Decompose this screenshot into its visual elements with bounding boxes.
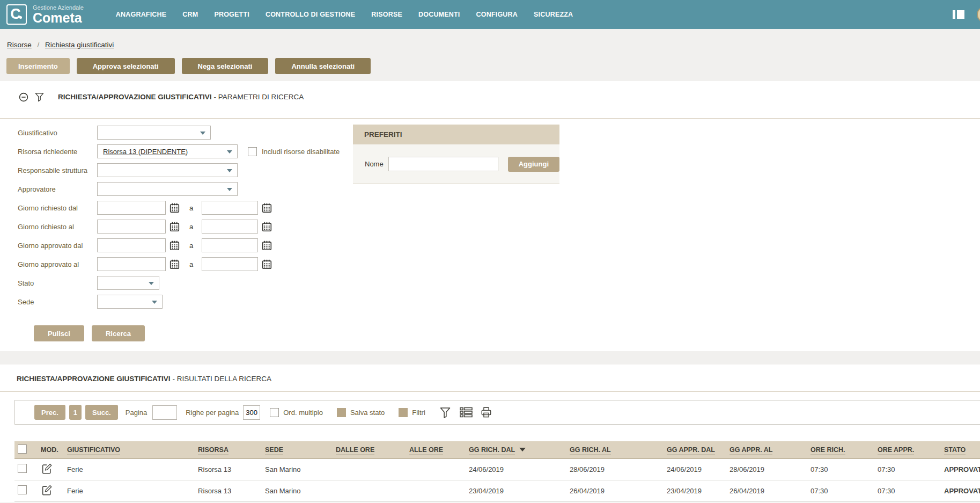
form-buttons: Pulisci Ricerca [0, 314, 980, 341]
cell-risorsa: Risorsa 13 [194, 480, 261, 501]
stato-select[interactable] [97, 276, 159, 290]
giorno-richiesto-dal-to-input[interactable] [202, 201, 258, 215]
menu-anagrafiche[interactable]: ANAGRAFICHE [116, 11, 167, 18]
breadcrumb-risorse[interactable]: Risorse [7, 41, 32, 49]
edit-icon[interactable] [41, 484, 53, 496]
cell-ore-appr: 07:30 [873, 480, 940, 501]
calendar-icon[interactable] [170, 240, 180, 251]
main-menu: ANAGRAFICHE CRM PROGETTI CONTROLLO DI GE… [116, 11, 573, 18]
cell-alle-ore [405, 458, 465, 480]
chevron-down-icon [227, 188, 232, 191]
giustificativo-select[interactable] [97, 126, 211, 140]
column-header-alle-ore[interactable]: ALLE ORE [409, 446, 443, 455]
righe-per-pagina-label: Righe per pagina [186, 409, 239, 417]
righe-per-pagina-input[interactable] [243, 405, 260, 420]
list-view-icon[interactable] [460, 407, 473, 418]
breadcrumb-richiesta-giustificativi[interactable]: Richiesta giustificativi [45, 41, 114, 49]
risorsa-richiedente-select[interactable]: Risorsa 13 (DIPENDENTE) [97, 144, 238, 158]
chevron-down-icon [149, 282, 154, 285]
collapse-icon[interactable] [19, 92, 28, 102]
cell-ore-appr: 07:30 [873, 458, 940, 480]
ricerca-button[interactable]: Ricerca [92, 325, 145, 341]
giorno-richiesto-dal-from-input[interactable] [97, 201, 166, 215]
responsabile-struttura-select[interactable] [97, 163, 238, 177]
menu-configura[interactable]: CONFIGURA [476, 11, 518, 18]
calendar-icon[interactable] [170, 203, 180, 213]
column-header-gg-rich-dal[interactable]: GG RICH. DAL [469, 446, 515, 455]
results-panel: RICHIESTA/APPROVAZIONE GIUSTIFICATIVI- R… [0, 365, 980, 502]
print-icon[interactable] [480, 406, 492, 418]
salva-stato-label: Salva stato [350, 409, 385, 417]
pagina-input[interactable] [152, 405, 177, 420]
column-header-ore-rich[interactable]: ORE RICH. [810, 446, 845, 455]
column-header-gg-rich-al[interactable]: GG RICH. AL [570, 446, 611, 455]
chevron-down-icon [200, 132, 205, 135]
menu-documenti[interactable]: DOCUMENTI [418, 11, 460, 18]
logo-text: Gestione Aziendale Cometa [33, 4, 84, 25]
sede-select[interactable] [97, 295, 163, 309]
avatar[interactable] [977, 6, 980, 23]
column-header-ore-appr[interactable]: ORE APPR. [878, 446, 914, 455]
calendar-icon[interactable] [262, 240, 272, 251]
stato-label: Stato [18, 279, 97, 287]
column-header-stato[interactable]: STATO [944, 446, 966, 455]
column-header-gg-appr-al[interactable]: GG APPR. AL [730, 446, 772, 455]
prev-page-button[interactable]: Prec. [34, 405, 65, 420]
calendar-icon[interactable] [170, 222, 180, 232]
column-header-dalle-ore[interactable]: DALLE ORE [336, 446, 374, 455]
calendar-icon[interactable] [262, 259, 272, 269]
giorno-approvato-al-from-input[interactable] [97, 257, 166, 271]
menu-controllo-di-gestione[interactable]: CONTROLLO DI GESTIONE [266, 11, 355, 18]
giorno-richiesto-al-from-input[interactable] [97, 220, 166, 234]
ord-multiplo-label: Ord. multiplo [283, 409, 323, 417]
giorno-approvato-dal-from-input[interactable] [97, 238, 166, 252]
funnel-icon[interactable] [439, 407, 451, 418]
aggiungi-button[interactable]: Aggiungi [508, 157, 559, 172]
ord-multiplo-checkbox[interactable] [270, 408, 279, 417]
menu-crm[interactable]: CRM [182, 11, 198, 18]
column-header-giustificativo[interactable]: GIUSTIFICATIVO [67, 446, 120, 455]
menu-risorse[interactable]: RISORSE [371, 11, 402, 18]
range-separator: a [189, 260, 193, 268]
panel-toggle-icon[interactable] [953, 10, 964, 19]
inserimento-button[interactable]: Inserimento [6, 58, 70, 74]
nome-input[interactable] [388, 157, 498, 171]
column-header-sede[interactable]: SEDE [265, 446, 283, 455]
giorno-richiesto-al-to-input[interactable] [202, 220, 258, 234]
cell-stato: APPROVATO [940, 458, 980, 480]
preferiti-body: Nome Aggiungi [353, 144, 559, 184]
giorno-approvato-al-to-input[interactable] [202, 257, 258, 271]
cell-gg-appr-al: 28/06/2019 [725, 458, 806, 480]
pulisci-button[interactable]: Pulisci [34, 325, 84, 341]
search-panel-title: RICHIESTA/APPROVAZIONE GIUSTIFICATIVI- P… [58, 92, 304, 102]
cell-sede: San Marino [261, 458, 331, 480]
salva-stato-button[interactable] [337, 408, 346, 417]
next-page-button[interactable]: Succ. [85, 405, 118, 420]
cell-giustificativo: Ferie [63, 458, 194, 480]
approvatore-select[interactable] [97, 182, 238, 196]
calendar-icon[interactable] [262, 222, 272, 232]
menu-sicurezza[interactable]: SICUREZZA [534, 11, 573, 18]
row-checkbox[interactable] [18, 464, 27, 473]
table-header-row: MOD. GIUSTIFICATIVO RISORSA SEDE DALLE O… [14, 441, 980, 458]
calendar-icon[interactable] [262, 203, 272, 213]
edit-icon[interactable] [41, 463, 53, 475]
row-checkbox[interactable] [18, 485, 27, 494]
menu-progetti[interactable]: PROGETTI [214, 11, 249, 18]
column-header-gg-appr-dal[interactable]: GG APPR. DAL [667, 446, 715, 455]
range-separator: a [189, 223, 193, 231]
select-all-checkbox[interactable] [18, 444, 27, 454]
approva-selezionati-button[interactable]: Approva selezionati [77, 58, 175, 74]
search-parameters-panel: RICHIESTA/APPROVAZIONE GIUSTIFICATIVI- P… [0, 81, 980, 351]
cell-giustificativo: Ferie [63, 480, 194, 501]
includi-risorse-disabilitate-checkbox[interactable] [248, 147, 257, 156]
cometa-logo[interactable]: C Gestione Aziendale Cometa [6, 4, 84, 25]
nega-selezionati-button[interactable]: Nega selezionati [182, 58, 269, 74]
filtri-button[interactable] [399, 408, 408, 417]
annulla-selezionati-button[interactable]: Annulla selezionati [275, 58, 371, 74]
column-header-risorsa[interactable]: RISORSA [198, 446, 229, 455]
cell-dalle-ore [331, 458, 405, 480]
page-1-button[interactable]: 1 [69, 405, 82, 420]
calendar-icon[interactable] [170, 259, 180, 269]
giorno-approvato-dal-to-input[interactable] [202, 238, 258, 252]
